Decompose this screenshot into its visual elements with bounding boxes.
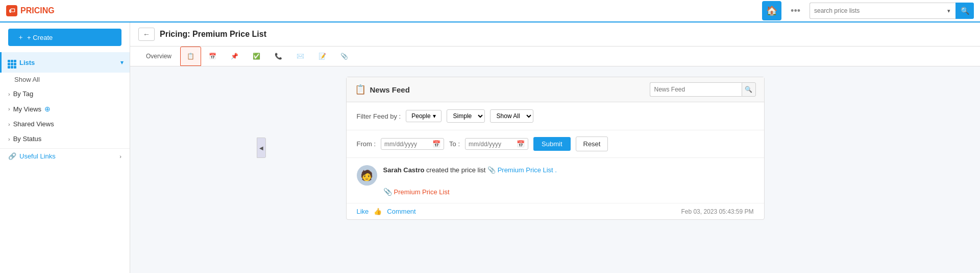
filter-row: Filter Feed by : People ▾ Simple Show Al… (347, 102, 764, 130)
toolbar-tabs: Overview 📋 📅 📌 ✅ 📞 ✉️ 📝 📎 (130, 47, 980, 66)
create-button[interactable]: ＋ + Create (8, 29, 121, 46)
search-input[interactable] (810, 3, 942, 19)
like-button[interactable]: Like (357, 208, 369, 215)
my-views-label: My Views (13, 105, 41, 113)
tab-email[interactable]: ✉️ (290, 47, 311, 66)
chevron-right-icon: › (8, 106, 10, 112)
more-options-button[interactable]: ••• (787, 6, 804, 16)
price-list-link-2[interactable]: Premium Price List (394, 188, 450, 196)
user-name: Sarah Castro (383, 166, 425, 174)
back-icon: ← (143, 30, 150, 38)
tab-list[interactable]: 📋 (180, 47, 201, 66)
tab-overview[interactable]: Overview (138, 47, 179, 66)
reset-button[interactable]: Reset (576, 136, 608, 151)
activity-item: 🧑 Sarah Castro created the price list 📎 … (347, 158, 764, 203)
filter-label: Filter Feed by : (357, 112, 401, 120)
tab-phone[interactable]: 📞 (268, 47, 289, 66)
tab-clip[interactable]: 📎 (334, 47, 355, 66)
news-feed-search-button[interactable]: 🔍 (742, 82, 756, 97)
people-filter-button[interactable]: People ▾ (406, 110, 441, 122)
to-calendar-icon[interactable]: 📅 (517, 140, 525, 148)
app-logo: 🏷 PRICING (6, 5, 55, 16)
sidebar: ＋ + Create Lists ▾ Show All › By Tag › M… (0, 22, 130, 273)
search-dropdown-button[interactable]: ▾ (942, 3, 955, 19)
main-content: ← Pricing: Premium Price List Overview 📋… (130, 22, 980, 273)
thumbs-up-icon: 👍 (374, 208, 382, 215)
to-date-wrapper: 📅 (465, 138, 528, 150)
from-date-wrapper: 📅 (381, 138, 444, 150)
search-wrapper: ▾ 🔍 (810, 3, 974, 19)
activity-link-row: 📎 Premium Price List (357, 188, 754, 196)
news-feed-icon: 📋 (355, 84, 366, 95)
tab-check[interactable]: ✅ (246, 47, 267, 66)
to-label: To : (449, 140, 460, 148)
tab-pin[interactable]: 📌 (224, 47, 245, 66)
by-tag-label: By Tag (13, 90, 34, 98)
footer-actions: Like 👍 Comment (357, 208, 416, 215)
from-date-input[interactable] (384, 141, 430, 148)
chevron-down-icon: ▾ (120, 59, 124, 66)
activity-top: 🧑 Sarah Castro created the price list 📎 … (357, 165, 754, 186)
activity-text: Sarah Castro created the price list 📎 Pr… (383, 165, 557, 175)
link-icon: 🔗 (8, 152, 16, 160)
app-name: PRICING (20, 6, 55, 15)
sidebar-item-by-tag[interactable]: › By Tag (0, 86, 130, 101)
sidebar-item-useful-links[interactable]: 🔗 Useful Links › (0, 148, 130, 164)
logo-icon: 🏷 (6, 5, 17, 16)
clip-icon-inline: 📎 (487, 166, 496, 174)
clip-icon: 📎 (383, 188, 392, 196)
show-all-filter-select[interactable]: Show All (490, 109, 533, 123)
search-submit-button[interactable]: 🔍 (955, 3, 974, 19)
grid-icon (8, 56, 16, 69)
page-title: Pricing: Premium Price List (160, 30, 266, 39)
date-row: From : 📅 To : 📅 Submit Reset (347, 130, 764, 158)
sidebar-item-lists[interactable]: Lists ▾ (0, 52, 130, 73)
sidebar-collapse-button[interactable]: ◀ (257, 138, 266, 158)
collapse-icon: ◀ (259, 145, 263, 151)
sidebar-item-by-status[interactable]: › By Status (0, 131, 130, 146)
shared-views-label: Shared Views (13, 120, 54, 128)
lists-label: Lists (19, 59, 35, 66)
chevron-right-icon: › (8, 91, 10, 97)
news-feed-search-input[interactable] (650, 82, 742, 97)
people-chevron-icon: ▾ (433, 112, 436, 120)
sidebar-item-my-views[interactable]: › My Views ⊕ (0, 101, 130, 117)
sidebar-item-show-all[interactable]: Show All (0, 73, 130, 86)
tab-calendar[interactable]: 📅 (202, 47, 223, 66)
chevron-right-icon: › (8, 136, 10, 142)
home-button[interactable]: 🏠 (762, 1, 781, 20)
chevron-right-icon: › (8, 121, 10, 127)
chevron-right-icon: › (119, 153, 121, 160)
submit-button[interactable]: Submit (533, 137, 570, 151)
comment-button[interactable]: Comment (387, 208, 415, 215)
news-feed-header: 📋 News Feed 🔍 (347, 77, 764, 102)
activity-footer: Like 👍 Comment Feb 03, 2023 05:43:59 PM (347, 203, 764, 219)
to-date-input[interactable] (469, 141, 514, 148)
plus-icon: ＋ (17, 33, 24, 42)
create-label: + Create (27, 34, 53, 41)
useful-links-label: Useful Links (19, 152, 56, 160)
add-view-icon[interactable]: ⊕ (44, 105, 51, 113)
news-feed-search: 🔍 (650, 82, 756, 97)
tab-note[interactable]: 📝 (312, 47, 333, 66)
news-feed-container: 📋 News Feed 🔍 Filter Feed by : People ▾ … (346, 77, 765, 220)
price-list-link-1[interactable]: Premium Price List . (498, 166, 557, 174)
top-navbar: 🏷 PRICING 🏠 ••• ▾ 🔍 (0, 0, 980, 22)
simple-filter-select[interactable]: Simple (447, 109, 485, 123)
avatar: 🧑 (357, 165, 377, 186)
news-feed-title: 📋 News Feed (355, 84, 410, 95)
from-calendar-icon[interactable]: 📅 (432, 140, 440, 148)
by-status-label: By Status (13, 135, 42, 143)
from-label: From : (357, 140, 376, 148)
activity-timestamp: Feb 03, 2023 05:43:59 PM (681, 208, 753, 215)
sidebar-item-shared-views[interactable]: › Shared Views (0, 117, 130, 131)
page-header: ← Pricing: Premium Price List (130, 22, 980, 47)
main-layout: ＋ + Create Lists ▾ Show All › By Tag › M… (0, 22, 980, 273)
back-button[interactable]: ← (138, 28, 155, 41)
